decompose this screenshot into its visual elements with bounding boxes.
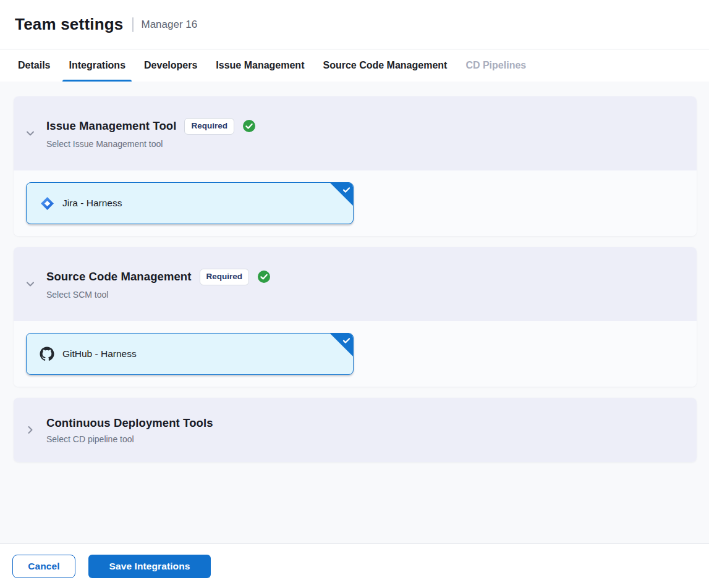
section-subtitle: Select Issue Management tool — [46, 139, 256, 149]
chevron-down-icon — [25, 279, 35, 289]
page-subtitle: Manager 16 — [142, 19, 198, 31]
github-icon — [40, 346, 54, 361]
tool-card-label: Jira - Harness — [62, 198, 122, 209]
section-issue-management-tool: Issue Management Tool Required Select Is… — [14, 96, 697, 236]
selected-check-icon — [342, 185, 351, 197]
section-continuous-deployment: Continuous Deployment Tools Select CD pi… — [14, 398, 697, 462]
section-subtitle: Select CD pipeline tool — [46, 434, 213, 444]
chevron-right-icon — [25, 425, 35, 435]
tool-card-github[interactable]: GitHub - Harness — [26, 333, 354, 375]
tool-card-label: GitHub - Harness — [62, 348, 137, 359]
required-badge: Required — [184, 118, 234, 135]
tab-cd-pipelines: CD Pipelines — [464, 49, 527, 82]
section-title: Continuous Deployment Tools — [46, 416, 213, 430]
section-subtitle: Select SCM tool — [46, 290, 271, 300]
chevron-down-icon — [25, 128, 35, 138]
required-badge: Required — [200, 269, 250, 285]
tab-integrations[interactable]: Integrations — [67, 49, 127, 82]
tab-bar: Details Integrations Developers Issue Ma… — [0, 49, 709, 82]
selected-check-icon — [342, 336, 351, 348]
check-circle-icon — [242, 119, 256, 133]
section-title: Source Code Management — [46, 270, 192, 284]
tab-details[interactable]: Details — [17, 49, 51, 82]
section-header-scm[interactable]: Source Code Management Required Select S… — [14, 247, 697, 321]
section-title: Issue Management Tool — [46, 119, 176, 133]
section-body-scm: GitHub - Harness — [14, 321, 697, 387]
integrations-panel: Issue Management Tool Required Select Is… — [0, 82, 709, 544]
jira-icon — [40, 196, 54, 211]
page-title: Team settings — [15, 15, 124, 34]
section-header-issue-management[interactable]: Issue Management Tool Required Select Is… — [14, 96, 697, 170]
cancel-button[interactable]: Cancel — [12, 555, 75, 578]
page-header: Team settings Manager 16 — [0, 0, 709, 49]
save-integrations-button[interactable]: Save Integrations — [88, 555, 211, 578]
title-divider — [132, 17, 134, 32]
section-header-cd-tools[interactable]: Continuous Deployment Tools Select CD pi… — [14, 398, 697, 462]
section-body-issue-management: Jira - Harness — [14, 170, 697, 236]
tab-developers[interactable]: Developers — [143, 49, 198, 82]
tab-issue-management[interactable]: Issue Management — [214, 49, 305, 82]
tool-card-jira[interactable]: Jira - Harness — [26, 182, 354, 224]
section-source-code-management: Source Code Management Required Select S… — [14, 247, 697, 387]
tab-source-code-management[interactable]: Source Code Management — [321, 49, 448, 82]
footer-action-bar: Cancel Save Integrations — [0, 544, 709, 588]
check-circle-icon — [257, 270, 271, 284]
